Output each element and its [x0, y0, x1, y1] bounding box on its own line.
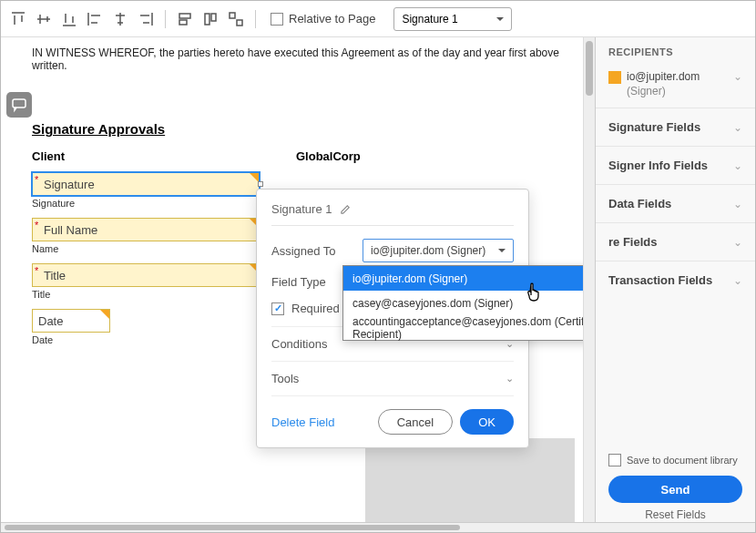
assigned-to-select[interactable]: io@jupiter.dom (Signer): [363, 239, 514, 262]
relative-to-page-label: Relative to Page: [289, 12, 375, 26]
reset-fields-link[interactable]: Reset Fields: [608, 508, 742, 521]
resize-handle[interactable]: [258, 181, 263, 187]
accordion-label: Data Fields: [608, 197, 671, 210]
main-area: IN WITNESS WHEREOF, the parties hereto h…: [1, 37, 755, 532]
cancel-button[interactable]: Cancel: [378, 409, 453, 435]
cursor-pointer-icon: [525, 282, 547, 303]
svg-rect-4: [230, 13, 235, 18]
globalcorp-title: GlobalCorp: [296, 149, 524, 163]
svg-rect-1: [179, 20, 187, 25]
align-right-icon[interactable]: [136, 9, 156, 29]
name-label: Name: [32, 243, 260, 254]
match-height-icon[interactable]: [200, 9, 220, 29]
recipient-color-swatch: [608, 71, 621, 84]
popup-actions: Delete Field Cancel OK: [271, 409, 514, 435]
required-checkbox[interactable]: ✓: [271, 302, 284, 315]
tools-accordion[interactable]: Tools ⌄: [271, 362, 514, 396]
align-top-icon[interactable]: [8, 9, 28, 29]
align-bottom-icon[interactable]: [59, 9, 79, 29]
dropdown-option[interactable]: io@jupiter.dom (Signer): [343, 266, 583, 291]
checkbox-icon[interactable]: [608, 454, 621, 466]
svg-rect-3: [211, 14, 216, 21]
field-corner-icon: [100, 310, 109, 319]
svg-rect-2: [205, 14, 209, 25]
align-middle-icon[interactable]: [34, 9, 54, 29]
sidebar-bottom: Save to document library Send Reset Fiel…: [596, 445, 755, 532]
client-column: Client * Signature Signature * Full Name…: [32, 149, 260, 354]
fullname-field[interactable]: * Full Name: [32, 218, 260, 241]
save-library-label: Save to document library: [627, 455, 738, 466]
toolbar: Relative to Page Signature 1: [1, 1, 755, 37]
page-shadow: [365, 438, 575, 529]
toolbar-separator: [255, 10, 256, 28]
conditions-label: Conditions: [271, 337, 327, 351]
assigned-to-row: Assigned To io@jupiter.dom (Signer): [271, 239, 514, 262]
more-fields-accordion[interactable]: re Fields ⌄: [596, 222, 755, 261]
ok-button[interactable]: OK: [460, 409, 514, 435]
comment-icon[interactable]: [6, 92, 32, 118]
signer-info-accordion[interactable]: Signer Info Fields ⌄: [596, 146, 755, 184]
chevron-down-icon: ⌄: [733, 198, 742, 210]
match-size-icon[interactable]: [226, 9, 246, 29]
align-center-icon[interactable]: [110, 9, 130, 29]
scrollbar-thumb[interactable]: [586, 41, 593, 96]
save-library-row[interactable]: Save to document library: [608, 454, 742, 466]
assigned-to-value: io@jupiter.dom (Signer): [371, 244, 485, 257]
signature-fields-accordion[interactable]: Signature Fields ⌄: [596, 108, 755, 146]
client-title: Client: [32, 149, 260, 163]
section-title: Signature Approvals: [32, 121, 567, 137]
recipient-role: (Signer): [627, 85, 700, 99]
align-left-icon[interactable]: [85, 9, 105, 29]
vertical-scrollbar[interactable]: [583, 37, 595, 532]
signature-selector-dropdown[interactable]: Signature 1: [393, 7, 512, 31]
popup-title: Signature 1: [271, 202, 332, 216]
required-asterisk: *: [35, 265, 38, 276]
right-sidebar: RECIPIENTS io@jupiter.dom (Signer) ⌄ Sig…: [595, 37, 755, 532]
tools-label: Tools: [271, 372, 299, 385]
recipient-item[interactable]: io@jupiter.dom (Signer) ⌄: [596, 67, 755, 108]
signature-field[interactable]: * Signature: [32, 172, 260, 196]
checkbox-icon: [271, 13, 283, 26]
signature-selector-value: Signature 1: [402, 13, 457, 26]
chevron-down-icon: ⌄: [733, 159, 742, 172]
recipient-email: io@jupiter.dom: [627, 70, 700, 83]
horizontal-scrollbar[interactable]: [1, 522, 755, 532]
accordion-label: Transaction Fields: [608, 273, 712, 287]
relative-to-page-toggle[interactable]: Relative to Page: [271, 12, 375, 26]
field-text: Date: [38, 314, 63, 328]
edit-icon[interactable]: [340, 203, 352, 215]
toolbar-separator: [165, 10, 166, 28]
send-button[interactable]: Send: [608, 476, 742, 503]
data-fields-accordion[interactable]: Data Fields ⌄: [596, 184, 755, 222]
chevron-down-icon: ⌄: [733, 121, 742, 134]
delete-field-link[interactable]: Delete Field: [271, 415, 334, 429]
title-field[interactable]: * Title: [32, 263, 260, 287]
assigned-to-dropdown-menu: io@jupiter.dom (Signer) casey@caseyjones…: [342, 265, 583, 341]
buttons-group: Cancel OK: [378, 409, 514, 435]
transaction-fields-accordion[interactable]: Transaction Fields ⌄: [596, 261, 755, 299]
title-label: Title: [32, 289, 260, 300]
field-text: Full Name: [44, 223, 97, 237]
chevron-down-icon: ⌄: [733, 274, 742, 287]
scrollbar-thumb[interactable]: [5, 525, 460, 530]
match-width-icon[interactable]: [175, 9, 195, 29]
assigned-to-label: Assigned To: [271, 244, 363, 258]
chevron-down-icon: ⌄: [733, 236, 742, 249]
dropdown-option[interactable]: accountingacceptance@caseyjones.dom (Cer…: [343, 315, 583, 340]
date-label: Date: [32, 334, 260, 345]
required-label: Required: [291, 302, 340, 315]
chevron-down-icon: ⌄: [506, 373, 514, 384]
required-asterisk: *: [35, 174, 38, 185]
recipients-header: RECIPIENTS: [596, 37, 755, 67]
svg-rect-0: [179, 14, 190, 18]
required-asterisk: *: [35, 220, 38, 231]
signature-label: Signature: [32, 198, 260, 209]
accordion-label: Signature Fields: [608, 120, 700, 134]
svg-rect-6: [13, 99, 26, 108]
date-field[interactable]: Date: [32, 309, 110, 333]
svg-rect-5: [237, 20, 242, 26]
dropdown-option[interactable]: casey@caseyjones.dom (Signer): [343, 291, 583, 315]
document-area: IN WITNESS WHEREOF, the parties hereto h…: [1, 37, 583, 532]
chevron-down-icon: ⌄: [733, 70, 742, 83]
accordion-label: re Fields: [608, 235, 657, 249]
